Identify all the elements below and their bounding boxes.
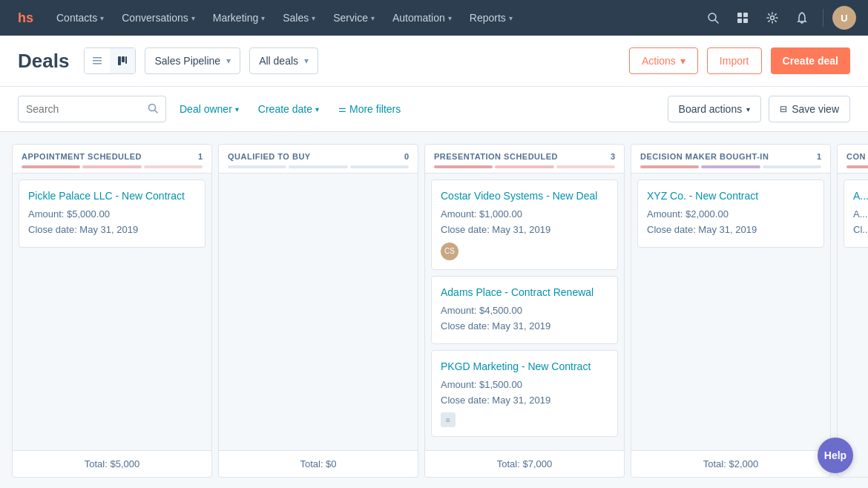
deal-card[interactable]: XYZ Co. - New Contract Amount: $2,000.00…: [637, 179, 824, 248]
svg-line-16: [155, 110, 158, 113]
nav-marketing[interactable]: Marketing ▾: [204, 0, 274, 36]
progress-bar: [846, 165, 868, 168]
actions-button[interactable]: Actions ▾: [629, 47, 698, 74]
deal-name[interactable]: Costar Video Systems - New Deal: [441, 189, 608, 202]
svg-rect-5: [743, 13, 748, 17]
chevron-down-icon: ▾: [746, 105, 750, 113]
chevron-down-icon: ▾: [261, 14, 265, 22]
deal-name[interactable]: Pickle Palace LLC - New Contract: [28, 189, 196, 202]
deal-amount: Amount: $1,500.00: [441, 377, 608, 393]
progress-bar: [289, 165, 347, 168]
column-title: DECISION MAKER BOUGHT-IN: [640, 152, 769, 161]
deal-name[interactable]: Adams Place - Contract Renewal: [441, 286, 608, 299]
deal-card[interactable]: Costar Video Systems - New Deal Amount: …: [431, 179, 618, 270]
search-icon: [148, 103, 158, 116]
chevron-down-icon: ▾: [509, 14, 513, 22]
deals-filter-selector[interactable]: All deals ▾: [249, 47, 318, 74]
help-button[interactable]: Help: [818, 438, 853, 473]
deal-close-date: Close date: May 31, 2019: [28, 222, 196, 238]
deal-card[interactable]: PKGD Marketing - New Contract Amount: $1…: [431, 350, 618, 438]
column-header: QUALIFIED TO BUY 0: [219, 145, 418, 174]
deal-close-date: Close date: May 31, 2019: [441, 319, 608, 334]
deals-filter-label: All deals: [259, 55, 298, 67]
column-count: 1: [198, 152, 203, 161]
deal-amount: Amount: $2,000.00: [647, 207, 815, 222]
pipeline-label: Sales Pipeline: [154, 55, 220, 67]
card-icon: ≡: [441, 412, 456, 427]
deal-name[interactable]: XYZ Co. - New Contract: [647, 189, 815, 202]
column-count: 1: [817, 152, 821, 161]
column-count: 0: [404, 152, 409, 161]
deal-card[interactable]: A... A... Cl...: [844, 179, 868, 248]
search-input[interactable]: [26, 103, 142, 115]
column-header: PRESENTATION SCHEDULED 3: [425, 145, 624, 174]
column-progress: [434, 165, 615, 168]
nav-service[interactable]: Service ▾: [324, 0, 384, 36]
deal-close-date: Close date: May 31, 2019: [441, 393, 608, 409]
import-button[interactable]: Import: [707, 47, 762, 74]
deal-amount: Amount: $4,500.00: [441, 303, 608, 319]
column-progress: [228, 165, 409, 168]
board-column-2: PRESENTATION SCHEDULED 3 Costar Video Sy…: [424, 144, 625, 478]
column-header: APPOINTMENT SCHEDULED 1: [13, 145, 211, 174]
create-deal-button[interactable]: Create deal: [771, 47, 850, 74]
svg-point-8: [771, 16, 775, 20]
partial-column-progress: [846, 165, 868, 168]
column-total: Total: $7,000: [425, 450, 624, 477]
deal-close-date: Close date: May 31, 2019: [441, 222, 608, 238]
deal-amount: Amount: $5,000.00: [28, 207, 196, 222]
board-column-partial: CON A... A... Cl...: [837, 144, 868, 478]
nav-contacts[interactable]: Contacts ▾: [47, 0, 113, 36]
column-total: Total: $0: [219, 450, 418, 477]
board-view-button[interactable]: [110, 48, 135, 73]
bookmark-icon: ⊟: [780, 104, 787, 114]
nav-sales[interactable]: Sales ▾: [274, 0, 324, 36]
progress-bar: [556, 165, 615, 168]
deal-card[interactable]: Pickle Palace LLC - New Contract Amount:…: [19, 179, 206, 248]
progress-bar: [22, 165, 80, 168]
board-column-0: APPOINTMENT SCHEDULED 1 Pickle Palace LL…: [12, 144, 212, 478]
search-icon[interactable]: [701, 6, 725, 30]
chevron-down-icon: ▾: [100, 14, 104, 22]
search-box[interactable]: [18, 96, 166, 122]
nav-automation[interactable]: Automation ▾: [384, 0, 461, 36]
pipeline-selector[interactable]: Sales Pipeline ▾: [145, 47, 240, 74]
deal-amount: A...: [853, 207, 868, 222]
save-view-button[interactable]: ⊟ Save view: [769, 96, 850, 122]
settings-icon[interactable]: [760, 6, 784, 30]
nav-menu: Contacts ▾ Conversations ▾ Marketing ▾ S…: [47, 0, 701, 36]
svg-text:hs: hs: [18, 10, 33, 25]
more-filters-button[interactable]: ⚌ More filters: [332, 96, 407, 122]
progress-bar: [144, 165, 203, 168]
board-actions-button[interactable]: Board actions ▾: [668, 96, 762, 122]
filter-bar: Deal owner ▾ Create date ▾ ⚌ More filter…: [0, 87, 868, 132]
board-column-3: DECISION MAKER BOUGHT-IN 1 XYZ Co. - New…: [631, 144, 831, 478]
svg-line-3: [715, 20, 718, 23]
deal-owner-filter[interactable]: Deal owner ▾: [174, 96, 245, 122]
deal-name[interactable]: PKGD Marketing - New Contract: [441, 360, 608, 373]
deal-close-date: Cl...: [853, 222, 868, 238]
svg-rect-4: [737, 13, 742, 17]
chevron-down-icon: ▾: [191, 14, 195, 22]
column-cards: Costar Video Systems - New Deal Amount: …: [425, 174, 624, 450]
marketplace-icon[interactable]: [731, 6, 754, 30]
hubspot-logo[interactable]: hs: [12, 6, 36, 30]
partial-column-title: CON: [846, 152, 866, 161]
list-view-button[interactable]: [85, 48, 110, 73]
svg-rect-10: [93, 60, 102, 62]
progress-bar: [350, 165, 409, 168]
chevron-down-icon: ▾: [448, 14, 452, 22]
partial-column-cards: A... A... Cl...: [838, 174, 868, 477]
column-progress: [22, 165, 203, 168]
nav-conversations[interactable]: Conversations ▾: [113, 0, 204, 36]
chevron-down-icon: ▾: [304, 56, 309, 66]
svg-rect-6: [737, 19, 742, 23]
deal-card[interactable]: Adams Place - Contract Renewal Amount: $…: [431, 276, 618, 344]
progress-bar: [763, 165, 821, 168]
notifications-icon[interactable]: [790, 6, 814, 30]
deal-name[interactable]: A...: [853, 189, 868, 202]
create-date-filter[interactable]: Create date ▾: [252, 96, 325, 122]
nav-reports[interactable]: Reports ▾: [461, 0, 522, 36]
user-avatar[interactable]: U: [832, 6, 856, 30]
svg-rect-14: [125, 56, 127, 64]
